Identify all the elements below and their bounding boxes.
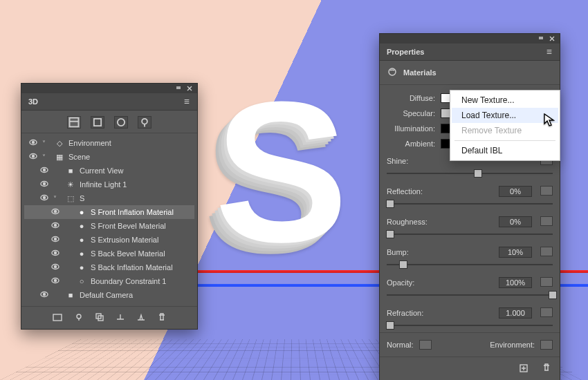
tree-row-s-front-inflation-material[interactable]: ●S Front Inflation Material <box>24 205 194 219</box>
shine-label: Shine: <box>387 157 408 165</box>
refraction-slider[interactable]: Refraction:1.000 <box>387 313 553 330</box>
panel-title-properties: Properties <box>387 48 424 56</box>
scene-tree: ˅◇Environment˅▦Scene■Current View☀Infini… <box>21 133 197 306</box>
collapse-icon[interactable] <box>538 35 544 42</box>
constraint-icon: ○ <box>77 276 86 286</box>
filter-meshes-button[interactable] <box>91 116 104 129</box>
refraction-label: Refraction: <box>387 309 423 317</box>
disclosure-icon[interactable]: ˅ <box>53 195 62 202</box>
bump-slider[interactable]: Bump:10% <box>387 252 553 269</box>
tree-row-boundary-constraint-1[interactable]: ○Boundary Constraint 1 <box>24 274 194 288</box>
reflection-value[interactable]: 0% <box>499 186 532 197</box>
ctx-new-texture[interactable]: New Texture... <box>452 93 558 108</box>
tree-row-default-camera[interactable]: ■Default Camera <box>24 288 194 302</box>
ctx-default-ibl[interactable]: Default IBL <box>452 143 558 158</box>
normal-texture-button[interactable] <box>419 340 432 350</box>
visibility-toggle[interactable] <box>28 139 38 147</box>
refraction-value[interactable]: 1.000 <box>499 307 532 319</box>
material-icon: ● <box>77 221 86 231</box>
panel-properties-header[interactable] <box>380 34 560 44</box>
shine-slider[interactable]: Shine: <box>387 161 553 178</box>
opacity-value[interactable]: 100% <box>499 277 532 288</box>
disclosure-icon[interactable]: ˅ <box>42 140 50 147</box>
roughness-slider[interactable]: Roughness:0% <box>387 222 553 238</box>
visibility-toggle[interactable] <box>39 194 49 202</box>
svg-point-2 <box>118 119 125 126</box>
menu-icon[interactable] <box>546 48 553 55</box>
new-layer-icon[interactable] <box>52 312 63 323</box>
slider-thumb[interactable] <box>549 291 557 299</box>
tree-row-infinite-light-1[interactable]: ☀Infinite Light 1 <box>24 178 194 191</box>
trash-icon[interactable] <box>542 363 551 375</box>
ctx-load-texture[interactable]: Load Texture... <box>452 108 558 123</box>
svg-point-3 <box>142 119 147 124</box>
tree-item-label: S Front Inflation Material <box>91 208 190 216</box>
tree-item-label: S Extrusion Material <box>91 236 190 244</box>
opacity-slider[interactable]: Opacity:100% <box>387 283 553 299</box>
render-icon[interactable] <box>136 312 146 323</box>
tree-row-scene[interactable]: ˅▦Scene <box>24 150 194 164</box>
ground-plane-icon[interactable] <box>116 312 125 323</box>
roughness-texture-button[interactable] <box>540 216 553 226</box>
camera-icon: ■ <box>66 290 75 300</box>
slider-thumb[interactable] <box>399 260 407 269</box>
menu-icon[interactable] <box>183 98 190 105</box>
disclosure-icon[interactable]: ˅ <box>42 153 50 161</box>
filter-materials-button[interactable] <box>114 116 128 129</box>
material-icon: ● <box>77 249 86 258</box>
close-icon[interactable] <box>549 35 555 42</box>
svg-point-11 <box>44 183 46 185</box>
save-preset-icon[interactable] <box>518 363 529 375</box>
slider-thumb[interactable] <box>386 200 394 208</box>
visibility-toggle[interactable] <box>50 263 60 272</box>
slider-thumb[interactable] <box>386 321 394 330</box>
refraction-texture-button[interactable] <box>540 307 553 317</box>
opacity-texture-button[interactable] <box>540 277 553 287</box>
panel-3d: 3D ˅◇Environment˅▦Scene■Current View☀Inf… <box>21 83 198 330</box>
visibility-toggle[interactable] <box>28 153 38 161</box>
svg-point-5 <box>33 142 35 144</box>
new-light-icon[interactable] <box>74 312 84 323</box>
tree-row-s-front-bevel-material[interactable]: ●S Front Bevel Material <box>24 219 194 233</box>
filter-scene-button[interactable] <box>67 116 81 129</box>
tree-item-label: S Front Bevel Material <box>91 222 190 230</box>
visibility-toggle[interactable] <box>39 167 49 175</box>
illumination-label: Illumination: <box>387 124 435 133</box>
tree-row-environment[interactable]: ˅◇Environment <box>24 136 194 150</box>
visibility-toggle[interactable] <box>50 277 60 285</box>
visibility-toggle[interactable] <box>50 208 60 216</box>
tree-item-label: S Back Inflation Material <box>91 263 190 272</box>
roughness-value[interactable]: 0% <box>499 216 532 227</box>
reflection-texture-button[interactable] <box>540 186 553 196</box>
close-icon[interactable] <box>186 85 193 92</box>
panel-3d-header[interactable] <box>21 84 197 93</box>
reflection-slider[interactable]: Reflection:0% <box>387 191 553 208</box>
visibility-toggle[interactable] <box>39 291 49 299</box>
duplicate-icon[interactable] <box>95 312 104 323</box>
environment-texture-button[interactable] <box>540 340 553 350</box>
visibility-toggle[interactable] <box>39 180 49 189</box>
visibility-toggle[interactable] <box>50 222 60 230</box>
tree-row-s-extrusion-material[interactable]: ●S Extrusion Material <box>24 233 194 247</box>
opacity-label: Opacity: <box>387 278 414 287</box>
bump-label: Bump: <box>387 248 409 256</box>
tree-row-s-back-bevel-material[interactable]: ●S Back Bevel Material <box>24 247 194 260</box>
slider-thumb[interactable] <box>474 169 482 178</box>
tree-row-s-back-inflation-material[interactable]: ●S Back Inflation Material <box>24 260 194 274</box>
cursor-icon <box>544 113 555 127</box>
svg-point-17 <box>55 225 57 227</box>
collapse-icon[interactable] <box>175 85 182 92</box>
bump-value[interactable]: 10% <box>499 247 532 258</box>
tree-item-label: Environment <box>68 139 190 147</box>
reflection-label: Reflection: <box>387 187 423 196</box>
tree-row-s[interactable]: ˅⬚S <box>24 191 194 205</box>
visibility-toggle[interactable] <box>50 249 60 258</box>
bump-texture-button[interactable] <box>540 247 553 256</box>
trash-icon[interactable] <box>157 312 167 323</box>
filter-lights-button[interactable] <box>138 116 151 129</box>
visibility-toggle[interactable] <box>50 236 60 244</box>
specular-label: Specular: <box>387 109 435 117</box>
tree-item-label: Default Camera <box>80 291 190 299</box>
tree-row-current-view[interactable]: ■Current View <box>24 164 194 178</box>
slider-thumb[interactable] <box>386 230 394 238</box>
